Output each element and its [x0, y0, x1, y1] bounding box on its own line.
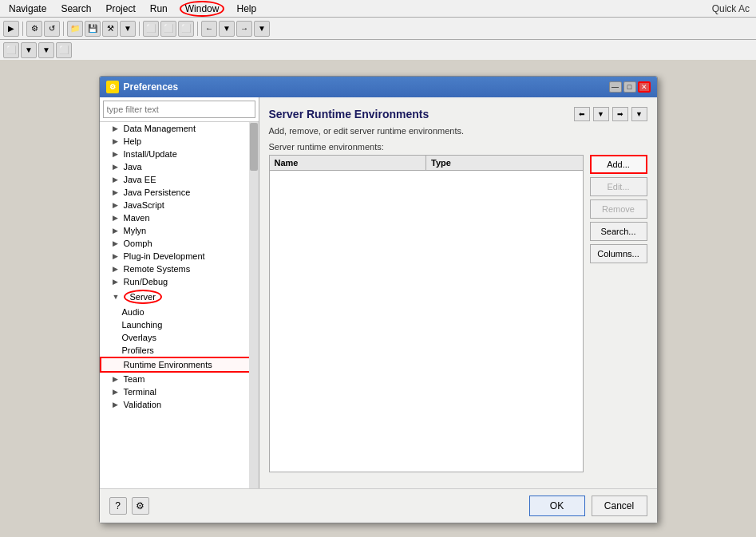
close-button[interactable]: ✕ [638, 81, 651, 93]
tree-scroll-thumb[interactable] [250, 123, 258, 171]
columns-button[interactable]: Columns... [590, 244, 647, 263]
toolbar2-btn-2[interactable]: ▼ [21, 42, 37, 58]
tree-item-install-update[interactable]: ▶ Install/Update [100, 148, 259, 160]
tree-item-help[interactable]: ▶ Help [100, 135, 259, 148]
toolbar2-btn-3[interactable]: ▼ [38, 42, 54, 58]
tree-item-validation[interactable]: ▶ Validation [100, 398, 259, 411]
main-area: ⚙ Preferences — □ ✕ [0, 60, 756, 537]
add-button[interactable]: Add... [590, 155, 647, 174]
toolbar-btn-1[interactable]: ⚙ [26, 21, 42, 37]
tree-item-overlays[interactable]: Overlays [100, 331, 259, 344]
tree-label: Plug-in Development [124, 251, 205, 261]
toolbar-separator-4 [197, 22, 198, 36]
tree-item-remote-systems[interactable]: ▶ Remote Systems [100, 263, 259, 275]
tree-item-server[interactable]: ▼ Server [100, 288, 259, 306]
dialog-title-text: Preferences [124, 81, 179, 93]
tree-item-run-debug[interactable]: ▶ Run/Debug [100, 275, 259, 288]
quick-access-label: Quick Ac [712, 3, 750, 14]
minimize-button[interactable]: — [609, 81, 622, 93]
menu-run[interactable]: Run [148, 2, 170, 15]
toolbar-btn-12[interactable]: → [236, 21, 252, 37]
tree-scroll[interactable]: ▶ Data Management ▶ Help ▶ Install/Updat… [100, 122, 259, 488]
toolbar2-btn-4[interactable]: ⬜ [56, 42, 72, 58]
menu-project[interactable]: Project [103, 2, 137, 15]
tree-item-terminal[interactable]: ▶ Terminal [100, 385, 259, 398]
edit-button[interactable]: Edit... [590, 177, 647, 196]
env-table: Name Type [269, 155, 584, 472]
panel-title: Server Runtime Environments [269, 108, 429, 120]
tree-item-team[interactable]: ▶ Team [100, 373, 259, 385]
tree-label: Server [124, 290, 162, 304]
expand-arrow: ▼ [113, 293, 121, 301]
tree-item-plugin-dev[interactable]: ▶ Plug-in Development [100, 250, 259, 263]
expand-arrow: ▶ [113, 252, 121, 260]
ok-button[interactable]: OK [529, 496, 585, 516]
settings-icon-button[interactable]: ⚙ [132, 497, 149, 515]
tree-label: Java Persistence [124, 188, 191, 197]
footer-left: ? ⚙ [109, 497, 149, 515]
tree-item-runtime-environments[interactable]: Runtime Environments [100, 357, 259, 373]
menu-search[interactable]: Search [58, 2, 93, 15]
toolbar-btn-3[interactable]: 📁 [67, 21, 83, 37]
nav-back-dropdown[interactable]: ▼ [593, 107, 609, 121]
tree-item-maven[interactable]: ▶ Maven [100, 211, 259, 224]
tree-item-oomph[interactable]: ▶ Oomph [100, 237, 259, 250]
tree-item-profilers[interactable]: Profilers [100, 344, 259, 357]
toolbar-btn-10[interactable]: ← [201, 21, 217, 37]
expand-arrow: ▶ [113, 201, 121, 209]
toolbar-separator [22, 22, 23, 36]
preferences-dialog: ⚙ Preferences — □ ✕ [99, 76, 658, 523]
toolbar2-btn-1[interactable]: ⬜ [3, 42, 19, 58]
tree-label: Overlays [122, 333, 156, 342]
panel-sublabel: Server runtime environments: [269, 142, 647, 152]
tree-item-launching[interactable]: Launching [100, 318, 259, 331]
tree-label: Install/Update [124, 149, 177, 159]
menu-help[interactable]: Help [234, 2, 259, 15]
menu-navigate[interactable]: Navigate [6, 2, 49, 15]
toolbar-btn-6[interactable]: ▼ [120, 21, 136, 37]
cancel-button[interactable]: Cancel [592, 496, 647, 516]
tree-item-data-management[interactable]: ▶ Data Management [100, 122, 259, 135]
expand-arrow: ▶ [113, 401, 121, 409]
dialog-title-left: ⚙ Preferences [106, 81, 179, 93]
toolbar-btn-4[interactable]: 💾 [85, 21, 101, 37]
col-name-header: Name [270, 156, 427, 170]
tree-item-javascript[interactable]: ▶ JavaScript [100, 199, 259, 211]
nav-back-button[interactable]: ⬅ [574, 107, 590, 121]
toolbar-btn-5[interactable]: ⚒ [102, 21, 118, 37]
dialog-footer: ? ⚙ OK Cancel [100, 488, 657, 523]
search-button[interactable]: Search... [590, 222, 647, 241]
toolbar-btn-8[interactable]: ⬜ [160, 21, 176, 37]
tree-label: Java EE [124, 175, 156, 184]
menu-window[interactable]: Window [180, 1, 225, 17]
tree-scrollbar[interactable] [249, 122, 259, 488]
toolbar-btn-13[interactable]: ▼ [254, 21, 270, 37]
tree-item-java-ee[interactable]: ▶ Java EE [100, 173, 259, 186]
toolbar-row1: ▶ ⚙ ↺ 📁 💾 ⚒ ▼ ⬜ ⬜ ⬜ ← ▼ → ▼ [0, 18, 756, 40]
tree-label: Audio [122, 307, 144, 317]
toolbar-btn-2[interactable]: ↺ [44, 21, 60, 37]
help-icon-button[interactable]: ? [109, 497, 127, 515]
tree-item-audio[interactable]: Audio [100, 306, 259, 318]
toolbar-btn-11[interactable]: ▼ [219, 21, 235, 37]
tree-item-mylyn[interactable]: ▶ Mylyn [100, 224, 259, 237]
dialog-overlay: ⚙ Preferences — □ ✕ [0, 60, 756, 537]
panel-header: Server Runtime Environments ⬅ ▼ ➡ ▼ [269, 107, 647, 121]
tree-label: Java [124, 162, 142, 172]
maximize-button[interactable]: □ [623, 81, 636, 93]
toolbar-btn-9[interactable]: ⬜ [178, 21, 194, 37]
tree-item-java-persistence[interactable]: ▶ Java Persistence [100, 186, 259, 199]
expand-arrow: ▶ [113, 375, 121, 383]
filter-input[interactable] [103, 101, 255, 118]
run-button[interactable]: ▶ [3, 21, 19, 37]
tree-label: Validation [124, 400, 162, 409]
nav-forward-dropdown[interactable]: ▼ [631, 107, 647, 121]
tree-item-java[interactable]: ▶ Java [100, 160, 259, 173]
expand-arrow: ▶ [113, 124, 121, 132]
toolbar-btn-7[interactable]: ⬜ [143, 21, 159, 37]
remove-button[interactable]: Remove [590, 199, 647, 219]
dialog-body: ▶ Data Management ▶ Help ▶ Install/Updat… [100, 97, 657, 488]
expand-arrow: ▶ [113, 163, 121, 171]
nav-forward-button[interactable]: ➡ [612, 107, 628, 121]
tree-label: Terminal [124, 387, 157, 397]
